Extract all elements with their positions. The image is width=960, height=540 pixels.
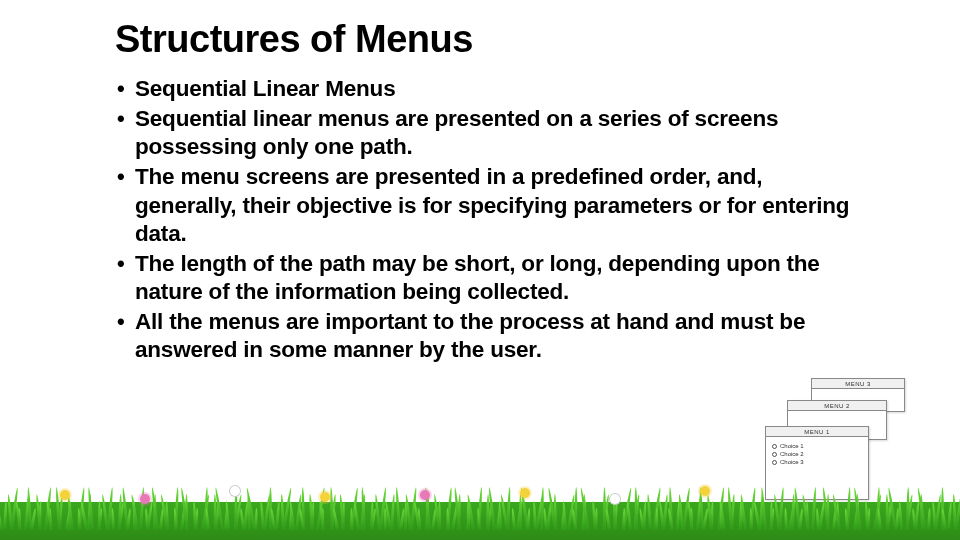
radio-icon (772, 452, 777, 457)
menu-option-label: Choice 1 (780, 443, 804, 449)
menu-dialog-1-title: MENU 1 (766, 427, 868, 437)
menu-option-label: Choice 2 (780, 451, 804, 457)
menu-option: Choice 2 (772, 451, 862, 457)
bullet-item: The length of the path may be short, or … (115, 250, 855, 306)
bullet-item: Sequential linear menus are presented on… (115, 105, 855, 161)
menu-option-label: Choice 3 (780, 459, 804, 465)
slide-title: Structures of Menus (115, 18, 855, 61)
menu-option: Choice 3 (772, 459, 862, 465)
bullet-list: Sequential Linear Menus Sequential linea… (115, 75, 855, 364)
slide-content: Structures of Menus Sequential Linear Me… (115, 18, 855, 366)
menu-dialog-2-title: MENU 2 (788, 401, 886, 411)
grass-decoration (0, 470, 960, 540)
slide: Structures of Menus Sequential Linear Me… (0, 0, 960, 540)
menu-dialog-3-title: MENU 3 (812, 379, 904, 389)
bullet-item: Sequential Linear Menus (115, 75, 855, 103)
menu-dialog-1-body: Choice 1 Choice 2 Choice 3 (766, 437, 868, 471)
radio-icon (772, 460, 777, 465)
menu-option: Choice 1 (772, 443, 862, 449)
bullet-item: The menu screens are presented in a pred… (115, 163, 855, 247)
radio-icon (772, 444, 777, 449)
bullet-item: All the menus are important to the proce… (115, 308, 855, 364)
